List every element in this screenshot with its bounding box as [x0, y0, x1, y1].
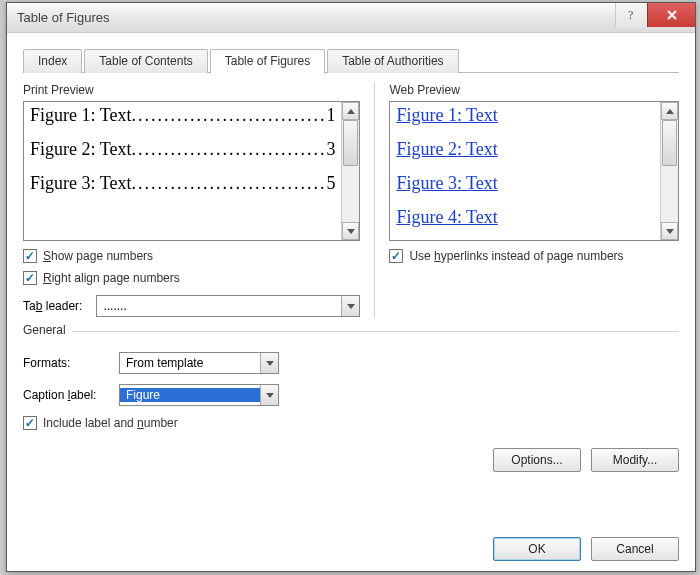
- select-value: .......: [97, 299, 341, 313]
- close-button[interactable]: [647, 3, 695, 27]
- preview-columns: Print Preview Figure 1: Text............…: [23, 83, 679, 317]
- general-section: General Formats: From template Caption l…: [23, 331, 679, 472]
- chevron-down-icon: [266, 361, 274, 366]
- caption-label-select[interactable]: Figure: [119, 384, 279, 406]
- chevron-down-icon: [347, 304, 355, 309]
- web-preview-list[interactable]: Figure 1: Text Figure 2: Text Figure 3: …: [389, 101, 679, 241]
- window-title: Table of Figures: [17, 10, 615, 25]
- caption-label-label: Caption label:: [23, 388, 113, 402]
- list-item: Figure 3: Text..........................…: [30, 174, 335, 192]
- chevron-up-icon: [347, 109, 355, 114]
- options-modify-row: Options... Modify...: [23, 448, 679, 472]
- tab-table-of-figures[interactable]: Table of Figures: [210, 49, 325, 74]
- chevron-down-icon: [666, 229, 674, 234]
- tab-table-of-contents[interactable]: Table of Contents: [84, 49, 207, 73]
- dialog-window: Table of Figures ? Index Table of Conten…: [6, 2, 696, 572]
- tabstrip: Index Table of Contents Table of Figures…: [23, 47, 679, 73]
- scroll-track[interactable]: [342, 120, 359, 222]
- select-dropdown-button[interactable]: [341, 296, 359, 316]
- select-dropdown-button[interactable]: [260, 385, 278, 405]
- scroll-thumb[interactable]: [343, 120, 358, 166]
- checkbox-icon: [23, 416, 37, 430]
- list-item[interactable]: Figure 1: Text: [396, 106, 654, 124]
- right-align-page-numbers-checkbox[interactable]: Right align page numbers: [23, 271, 360, 285]
- web-preview-column: Web Preview Figure 1: Text Figure 2: Tex…: [375, 83, 679, 317]
- tab-leader-label: Tab leader:: [23, 299, 82, 313]
- svg-text:?: ?: [628, 8, 633, 22]
- print-preview-list-inner: Figure 1: Text..........................…: [24, 102, 341, 240]
- scrollbar[interactable]: [341, 102, 359, 240]
- tab-leader-select[interactable]: .......: [96, 295, 360, 317]
- titlebar-buttons: ?: [615, 3, 695, 32]
- titlebar: Table of Figures ?: [7, 3, 695, 33]
- select-value: Figure: [120, 388, 260, 402]
- use-hyperlinks-checkbox[interactable]: Use hyperlinks instead of page numbers: [389, 249, 679, 263]
- tab-index[interactable]: Index: [23, 49, 82, 73]
- options-button[interactable]: Options...: [493, 448, 581, 472]
- print-preview-list[interactable]: Figure 1: Text..........................…: [23, 101, 360, 241]
- scroll-thumb[interactable]: [662, 120, 677, 166]
- print-preview-column: Print Preview Figure 1: Text............…: [23, 83, 375, 317]
- caption-label-row: Caption label: Figure: [23, 384, 679, 406]
- select-dropdown-button[interactable]: [260, 353, 278, 373]
- chevron-up-icon: [666, 109, 674, 114]
- dialog-buttons: OK Cancel: [23, 537, 679, 561]
- scroll-down-button[interactable]: [661, 222, 678, 240]
- cancel-button[interactable]: Cancel: [591, 537, 679, 561]
- checkbox-icon: [389, 249, 403, 263]
- checkbox-icon: [23, 271, 37, 285]
- list-item[interactable]: Figure 3: Text: [396, 174, 654, 192]
- chevron-down-icon: [347, 229, 355, 234]
- list-item[interactable]: Figure 4: Text: [396, 208, 654, 226]
- formats-label: Formats:: [23, 356, 113, 370]
- chevron-down-icon: [266, 393, 274, 398]
- print-preview-label: Print Preview: [23, 83, 360, 97]
- scroll-up-button[interactable]: [661, 102, 678, 120]
- help-button[interactable]: ?: [615, 3, 647, 27]
- include-label-checkbox[interactable]: Include label and number: [23, 416, 679, 430]
- checkbox-label: Use hyperlinks instead of page numbers: [409, 249, 623, 263]
- checkbox-label: Right align page numbers: [43, 271, 180, 285]
- scrollbar[interactable]: [660, 102, 678, 240]
- show-page-numbers-checkbox[interactable]: Show page numbers: [23, 249, 360, 263]
- tab-leader-row: Tab leader: .......: [23, 295, 360, 317]
- list-item: Figure 1: Text..........................…: [30, 106, 335, 124]
- web-preview-label: Web Preview: [389, 83, 679, 97]
- tab-content: Print Preview Figure 1: Text............…: [23, 73, 679, 561]
- list-item: Figure 2: Text..........................…: [30, 140, 335, 158]
- dialog-body: Index Table of Contents Table of Figures…: [7, 33, 695, 571]
- list-item[interactable]: Figure 2: Text: [396, 140, 654, 158]
- scroll-up-button[interactable]: [342, 102, 359, 120]
- checkbox-label: Show page numbers: [43, 249, 153, 263]
- scroll-track[interactable]: [661, 120, 678, 222]
- modify-button[interactable]: Modify...: [591, 448, 679, 472]
- web-preview-list-inner: Figure 1: Text Figure 2: Text Figure 3: …: [390, 102, 660, 240]
- tab-table-of-authorities[interactable]: Table of Authorities: [327, 49, 458, 73]
- scroll-down-button[interactable]: [342, 222, 359, 240]
- ok-button[interactable]: OK: [493, 537, 581, 561]
- general-legend: General: [23, 323, 72, 337]
- checkbox-icon: [23, 249, 37, 263]
- formats-select[interactable]: From template: [119, 352, 279, 374]
- formats-row: Formats: From template: [23, 352, 679, 374]
- select-value: From template: [120, 356, 260, 370]
- checkbox-label: Include label and number: [43, 416, 178, 430]
